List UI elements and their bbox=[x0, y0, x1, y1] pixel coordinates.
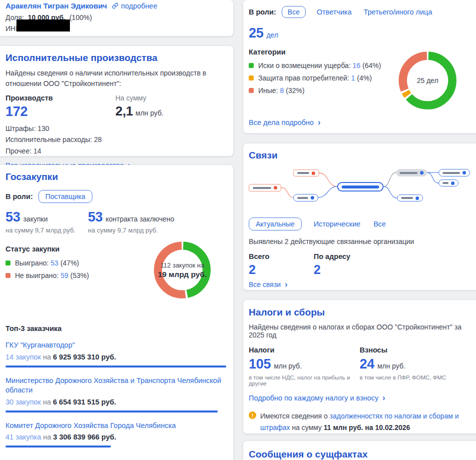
tax-amount: 105 bbox=[249, 358, 271, 371]
customer-amount-bar bbox=[5, 366, 226, 368]
tax-debt-warning: Имеются сведения о задолженностях по нал… bbox=[260, 410, 469, 434]
procurement-donut-chart: 112 закупок на 19 млрд руб. bbox=[153, 241, 211, 299]
all-connections-link[interactable]: Все связи › bbox=[249, 280, 287, 289]
connections-address-label: По адресу bbox=[314, 252, 474, 260]
courts-tab-third-party[interactable]: Третьего/иного лица bbox=[364, 8, 432, 16]
graph-node-company[interactable] bbox=[337, 182, 384, 192]
procurement-role-label: В роли: bbox=[5, 192, 33, 200]
fees-note: в том числе в ПФР, ФОМС, ФМС bbox=[360, 374, 474, 380]
graph-node-active-org[interactable] bbox=[439, 180, 459, 186]
connections-title: Связи bbox=[249, 150, 474, 161]
connections-total: 2 bbox=[249, 264, 314, 276]
donut-center-line2: 19 млрд руб. bbox=[158, 270, 207, 279]
owner-details-link[interactable]: подробнее bbox=[121, 2, 157, 10]
legend-swatch-green bbox=[5, 260, 10, 266]
chevron-right-icon: › bbox=[383, 394, 385, 402]
customer-amount-bar bbox=[5, 410, 218, 412]
taxes-description: Найдены сведения о налогах и сборах ООО … bbox=[249, 323, 474, 339]
customer-name-link[interactable]: Комитет Дорожного Хозяйства Города Челяб… bbox=[5, 422, 176, 430]
fees-amount: 24 bbox=[360, 358, 374, 371]
graph-node-active-org[interactable] bbox=[397, 194, 423, 202]
cases-count: 25 bbox=[249, 26, 263, 40]
taxes-title: Налоги и сборы bbox=[249, 307, 474, 318]
cases-count-unit: дел bbox=[266, 31, 278, 39]
connections-by-address: 2 bbox=[314, 264, 474, 276]
graph-node-active-org[interactable] bbox=[293, 194, 318, 202]
enforcement-breakdown-item: Штрафы: 130 bbox=[5, 123, 226, 134]
customer-purchases-link[interactable]: 14 закупок bbox=[5, 353, 41, 361]
chevron-right-icon: › bbox=[318, 118, 320, 127]
procurement-stat2-sub: на сумму 9,7 млрд руб. bbox=[88, 226, 226, 234]
owner-name-link[interactable]: Аракелян Тигран Эдикович bbox=[5, 2, 107, 10]
graph-node-active-org[interactable] bbox=[439, 169, 470, 176]
chevron-right-icon: › bbox=[285, 280, 287, 289]
procurement-title: Госзакупки bbox=[5, 172, 226, 182]
connections-tab-historical[interactable]: Исторические bbox=[314, 220, 361, 228]
procurement-stat2-num: 53 bbox=[88, 210, 102, 224]
all-cases-link[interactable]: Все дела подробно › bbox=[249, 118, 321, 127]
connections-total-label: Всего bbox=[249, 252, 314, 260]
fees-label: Взносы bbox=[360, 346, 474, 354]
enforcement-count: 172 bbox=[5, 105, 115, 118]
share-pct: (100%) bbox=[69, 14, 92, 22]
courts-role-label: В роли: bbox=[249, 8, 276, 16]
enforcement-sum-label: На сумму bbox=[115, 94, 226, 102]
tax-note: в том числе НДС, налог на прибыль и друг… bbox=[249, 374, 360, 386]
legend-swatch-red bbox=[5, 273, 10, 278]
enforcement-sum-value: 2,1 bbox=[115, 104, 133, 118]
tax-details-link[interactable]: Подробно по каждому налогу и взносу › bbox=[249, 394, 385, 402]
connections-graph bbox=[249, 165, 470, 212]
court-cases-card: В роли: Все Ответчика Третьего/иного лиц… bbox=[243, 0, 476, 133]
donut-center-line1: 112 закупок на bbox=[160, 262, 204, 269]
left-column: Аракелян Тигран Эдикович подробнее Доля:… bbox=[0, 0, 233, 460]
legend-item-consumer: Защита прав потребителей: 1 (4%) bbox=[249, 74, 399, 82]
customer-row: Комитет Дорожного Хозяйства Города Челяб… bbox=[5, 421, 226, 448]
procurement-stat1-num: 53 bbox=[5, 210, 20, 224]
customer-row: ГКУ "Курганавтодор" 14 закупок на 6 925 … bbox=[5, 340, 226, 368]
other-count-link[interactable]: 8 bbox=[280, 86, 284, 94]
courts-tab-all[interactable]: Все bbox=[282, 6, 306, 18]
graph-node-person[interactable] bbox=[396, 169, 427, 176]
right-column: В роли: Все Ответчика Третьего/иного лиц… bbox=[243, 0, 476, 460]
graph-node-inactive-org[interactable] bbox=[293, 170, 319, 176]
procurement-stat1-text: закупки bbox=[23, 215, 47, 223]
connections-summary: Выявлены 2 действующие связанные организ… bbox=[249, 238, 474, 246]
link-icon bbox=[112, 2, 118, 9]
customer-name-link[interactable]: Министерство Дорожного Хозяйства и Транс… bbox=[5, 376, 221, 394]
cases-donut-chart: 25 дел bbox=[398, 51, 457, 110]
enforcement-sum-unit: млн руб. bbox=[135, 109, 163, 117]
courts-tab-defendant[interactable]: Ответчика bbox=[317, 8, 352, 16]
procurement-role-chip[interactable]: Поставщика bbox=[38, 190, 92, 203]
enforcement-breakdown-item: Прочее: 14 bbox=[5, 146, 226, 156]
tax-label: Налоги bbox=[249, 346, 360, 354]
enforcement-description: Найдены сведения о наличии исполнительны… bbox=[5, 68, 225, 89]
enforcement-breakdown-item: Исполнительные расходы: 28 bbox=[5, 134, 226, 145]
consumer-count-link[interactable]: 1 bbox=[351, 74, 355, 82]
procurement-stat1-sub: на сумму 9,7 млрд руб. bbox=[5, 226, 88, 234]
enforcement-card: Исполнительные производства Найдены свед… bbox=[0, 46, 233, 156]
customer-name-link[interactable]: ГКУ "Курганавтодор" bbox=[5, 341, 75, 349]
lost-count-link[interactable]: 59 bbox=[60, 272, 68, 280]
procurement-card: Госзакупки В роли: Поставщика 53 закупки… bbox=[0, 165, 233, 460]
customer-amount: 3 306 839 966 руб. bbox=[53, 433, 116, 441]
sushfacts-card: Сообщения о сущфактах bbox=[243, 441, 476, 460]
procurement-stat2-text: контракта заключено bbox=[105, 215, 174, 223]
connections-tab-actual[interactable]: Актуальные bbox=[249, 218, 302, 230]
damages-count-link[interactable]: 16 bbox=[353, 62, 361, 70]
warning-icon: ! bbox=[249, 412, 256, 419]
customer-amount-bar bbox=[5, 446, 111, 448]
connections-card: Связи Актуальные Исторические bbox=[243, 144, 476, 290]
customer-purchases-link[interactable]: 41 закупка bbox=[5, 433, 41, 441]
customer-amount: 6 654 931 515 руб. bbox=[53, 398, 116, 406]
customer-purchases-link[interactable]: 30 закупок bbox=[5, 398, 41, 406]
legend-swatch-orange bbox=[249, 76, 254, 80]
graph-node-inactive-org[interactable] bbox=[249, 184, 281, 192]
connections-tab-all[interactable]: Все bbox=[374, 220, 386, 228]
sushfacts-title: Сообщения о сущфактах bbox=[249, 449, 474, 460]
customer-amount: 6 925 935 310 руб. bbox=[53, 353, 116, 361]
legend-item-damages: Иски о возмещении ущерба: 16 (64%) bbox=[249, 62, 399, 70]
inn-redaction bbox=[16, 20, 70, 32]
legend-swatch-red bbox=[249, 88, 254, 93]
won-count-link[interactable]: 53 bbox=[50, 259, 58, 267]
top-customers-label: Топ-3 заказчика bbox=[5, 324, 226, 332]
